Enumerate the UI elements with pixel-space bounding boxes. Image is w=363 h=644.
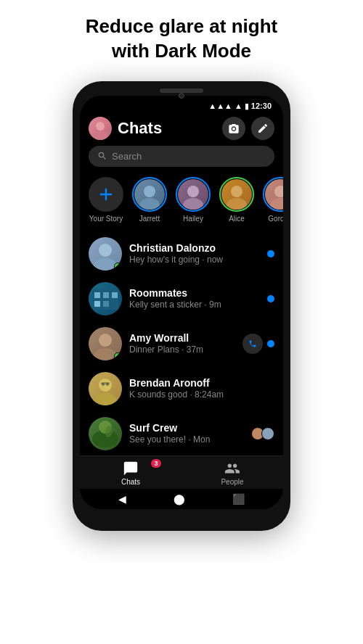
svg-point-8 [227, 198, 247, 210]
story-item-hailey[interactable]: Hailey [176, 177, 211, 223]
chat-item-roommates[interactable]: Roommates Kelly sent a sticker · 9m [80, 276, 283, 321]
search-placeholder: Search [112, 151, 142, 162]
signal-icon: ▲▲▲ [208, 102, 232, 110]
chat-name-brendan: Brendan Aronoff [129, 377, 267, 389]
story-label-yours: Your Story [89, 215, 123, 223]
unread-dot-amy [267, 340, 274, 347]
bottom-navigation: 3 Chats People [80, 455, 283, 489]
headline: Reduce glare at night with Dark Mode [71, 15, 292, 64]
story-avatar-hailey [176, 177, 211, 212]
page-wrapper: Reduce glare at night with Dark Mode ▲▲▲… [0, 0, 363, 644]
chat-info-roommates: Roommates Kelly sent a sticker · 9m [129, 287, 260, 310]
svg-point-19 [99, 334, 112, 347]
svg-point-1 [93, 131, 107, 140]
search-icon [97, 151, 107, 161]
chat-meta-surf [251, 427, 274, 440]
story-label-jarrett: Jarrett [139, 215, 160, 223]
svg-rect-14 [94, 292, 100, 298]
nav-chats[interactable]: 3 Chats [80, 461, 182, 486]
chat-meta-amy [242, 334, 274, 354]
chat-preview-surf: See you there! · Mon [129, 434, 244, 445]
story-avatar-jarrett [132, 177, 167, 212]
nav-people[interactable]: People [182, 461, 283, 486]
chat-avatar-surf [89, 417, 122, 450]
chat-item-christian[interactable]: Christian Dalonzo Hey how's it going · n… [80, 231, 283, 276]
chat-name-surf: Surf Crew [129, 422, 244, 434]
chat-name-christian: Christian Dalonzo [129, 242, 260, 254]
story-label-hailey: Hailey [183, 215, 203, 223]
header-icons [222, 117, 274, 140]
svg-point-4 [139, 198, 160, 210]
unread-dot-roommates [267, 295, 274, 302]
user-avatar[interactable] [89, 117, 112, 140]
chat-preview-christian: Hey how's it going · now [129, 255, 260, 265]
chat-item-brendan[interactable]: Brendan Aronoff K sounds good · 8:24am [80, 366, 283, 411]
app-header: Chats [80, 114, 283, 146]
svg-rect-15 [103, 292, 109, 298]
svg-point-21 [99, 379, 112, 392]
chat-avatar-brendan [89, 372, 122, 405]
online-indicator-christian [114, 263, 121, 270]
svg-point-2 [232, 127, 235, 130]
chat-meta-christian [267, 250, 274, 257]
unread-dot-christian [267, 250, 274, 257]
svg-point-20 [94, 348, 117, 360]
people-nav-icon [224, 461, 240, 476]
home-button[interactable]: ⬤ [174, 493, 185, 505]
svg-point-6 [183, 198, 203, 210]
story-label-gordon: Gordon [268, 215, 283, 223]
group-av-2 [261, 427, 274, 440]
story-item-jarrett[interactable]: Jarrett [132, 177, 167, 223]
wifi-icon: ▲ [234, 102, 242, 110]
story-item-yours[interactable]: Your Story [89, 177, 123, 223]
chat-name-roommates: Roommates [129, 287, 260, 299]
edit-button[interactable] [251, 117, 274, 140]
app-title: Chats [118, 119, 216, 138]
chat-avatar-christian [89, 237, 122, 271]
status-icons: ▲▲▲ ▲ ▮ 12:30 [208, 102, 272, 111]
call-button-amy[interactable] [242, 334, 263, 354]
story-item-gordon[interactable]: Gordon [263, 177, 283, 223]
headline-line2: with Dark Mode [112, 40, 251, 62]
add-story-avatar [89, 177, 123, 212]
stories-row: Your Story Jarrett [80, 174, 283, 231]
status-time: 12:30 [251, 102, 272, 110]
svg-point-7 [231, 186, 242, 197]
online-indicator-amy [114, 352, 121, 360]
story-avatar-gordon [263, 177, 283, 212]
chat-item-surf[interactable]: Surf Crew See you there! · Mon [80, 411, 283, 455]
chat-preview-roommates: Kelly sent a sticker · 9m [129, 300, 260, 310]
camera-button[interactable] [222, 117, 245, 140]
chat-avatar-roommates [89, 282, 122, 315]
chat-name-amy: Amy Worrall [129, 332, 235, 344]
battery-icon: ▮ [245, 102, 249, 111]
nav-people-label: People [221, 478, 243, 486]
story-avatar-alice [219, 177, 254, 212]
svg-point-3 [144, 186, 155, 197]
search-bar[interactable]: Search [89, 146, 274, 167]
svg-rect-16 [94, 301, 100, 307]
chats-nav-icon [123, 461, 139, 476]
svg-point-0 [96, 122, 105, 131]
back-button[interactable]: ◀ [118, 493, 126, 505]
chat-info-christian: Christian Dalonzo Hey how's it going · n… [129, 242, 260, 265]
svg-point-5 [187, 186, 199, 197]
svg-point-9 [274, 186, 283, 197]
chat-item-amy[interactable]: Amy Worrall Dinner Plans · 37m [80, 321, 283, 366]
chat-list: Christian Dalonzo Hey how's it going · n… [80, 231, 283, 455]
chat-meta-roommates [267, 295, 274, 302]
story-label-alice: Alice [229, 215, 245, 223]
phone-screen: ▲▲▲ ▲ ▮ 12:30 Chats [80, 96, 283, 509]
group-avatars-surf [251, 427, 274, 440]
nav-chats-label: Chats [121, 478, 140, 486]
chat-preview-brendan: K sounds good · 8:24am [129, 389, 267, 400]
chat-info-surf: Surf Crew See you there! · Mon [129, 422, 244, 445]
svg-rect-25 [101, 382, 110, 384]
story-item-alice[interactable]: Alice [219, 177, 254, 223]
svg-point-11 [99, 244, 112, 257]
headline-line1: Reduce glare at night [86, 15, 277, 37]
chats-badge: 3 [151, 459, 161, 468]
chat-avatar-amy [89, 327, 122, 360]
recent-button[interactable]: ⬛ [232, 493, 245, 505]
svg-rect-17 [103, 301, 109, 307]
